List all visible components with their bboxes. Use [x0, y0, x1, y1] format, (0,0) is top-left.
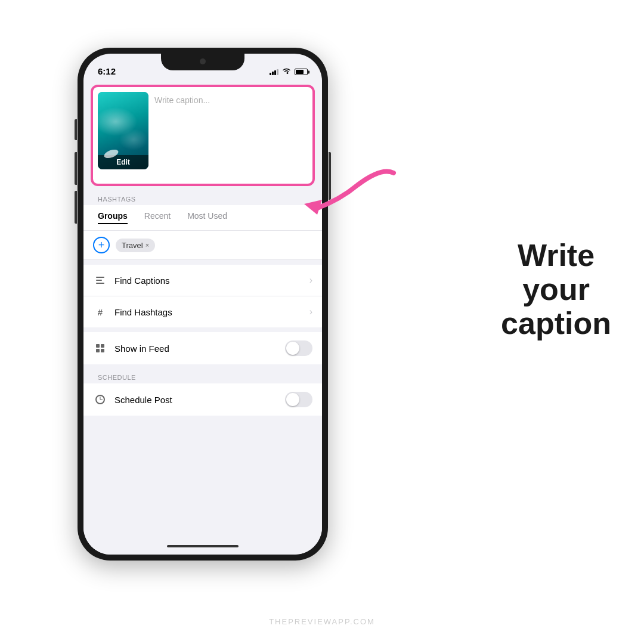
schedule-toggle-knob — [286, 393, 299, 406]
show-in-feed-toggle[interactable] — [285, 340, 312, 356]
tab-recent[interactable]: Recent — [144, 211, 171, 224]
footer-text: THEPREVIEWAPP.COM — [269, 617, 375, 626]
schedule-post-label: Schedule Post — [114, 395, 285, 405]
post-thumbnail[interactable]: Edit — [98, 92, 148, 169]
captions-icon — [93, 273, 107, 287]
mute-button — [75, 119, 77, 140]
front-camera — [200, 58, 206, 64]
show-in-feed-label: Show in Feed — [114, 343, 285, 354]
tab-most-used[interactable]: Most Used — [187, 211, 227, 224]
caption-section[interactable]: Edit Write caption... — [91, 85, 315, 186]
schedule-post-toggle[interactable] — [285, 392, 312, 407]
travel-tag-chip[interactable]: Travel × — [116, 239, 155, 252]
screen-content: Edit Write caption... HASHTAGS Groups Re… — [83, 80, 322, 555]
clock-icon — [95, 395, 105, 404]
heading-line2: your — [501, 273, 611, 306]
divider-2 — [83, 327, 322, 332]
annotation-heading: Write your caption — [501, 239, 611, 341]
heading-line1: Write — [501, 239, 611, 273]
schedule-section-label: SCHEDULE — [83, 369, 322, 383]
show-in-feed-item[interactable]: Show in Feed — [83, 332, 322, 364]
page-canvas: 6:12 — [0, 0, 644, 644]
phone-screen: 6:12 — [83, 54, 322, 555]
schedule-post-item[interactable]: Schedule Post — [83, 383, 322, 416]
tab-groups[interactable]: Groups — [98, 211, 128, 224]
hashtags-chevron-icon: › — [309, 306, 312, 317]
divider-3 — [83, 364, 322, 369]
edit-label[interactable]: Edit — [98, 155, 148, 169]
add-tag-button[interactable]: + — [93, 237, 110, 253]
find-hashtags-label: Find Hashtags — [114, 307, 309, 317]
heading-line3: caption — [501, 306, 611, 340]
wifi-icon — [282, 67, 291, 76]
phone-frame: 6:12 — [78, 48, 328, 561]
find-captions-item[interactable]: Find Captions › — [83, 265, 322, 296]
find-hashtags-item[interactable]: # Find Hashtags › — [83, 296, 322, 327]
menu-list: Find Captions › # Find Hashtags › — [83, 265, 322, 327]
divider-1 — [83, 260, 322, 265]
hashtag-icon: # — [93, 305, 107, 319]
clock-icon-container — [93, 392, 107, 407]
volume-down-button — [75, 191, 77, 224]
grid-icon — [93, 341, 107, 355]
captions-chevron-icon: › — [309, 275, 312, 286]
battery-icon — [295, 69, 308, 75]
home-indicator — [167, 545, 239, 547]
volume-up-button — [75, 152, 77, 185]
status-icons — [270, 67, 308, 76]
arrow-annotation — [286, 161, 405, 233]
notch — [161, 54, 244, 70]
toggle-knob — [286, 342, 299, 355]
tag-row: + Travel × — [83, 231, 322, 260]
find-captions-label: Find Captions — [114, 275, 309, 286]
tag-label: Travel — [122, 241, 143, 250]
svg-marker-0 — [304, 200, 322, 215]
schedule-section: Schedule Post — [83, 383, 322, 416]
caption-placeholder[interactable]: Write caption... — [148, 92, 308, 109]
signal-icon — [270, 69, 278, 75]
remove-tag-button[interactable]: × — [145, 242, 149, 249]
feed-section: Show in Feed — [83, 332, 322, 364]
status-time: 6:12 — [98, 66, 116, 76]
